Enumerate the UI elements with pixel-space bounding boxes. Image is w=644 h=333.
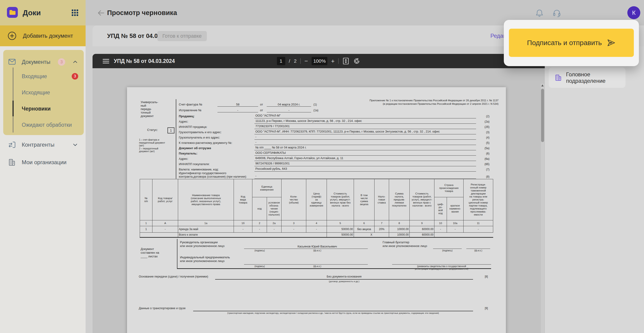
col-header: Стоимость товаров (работ, услуг), имущес… bbox=[327, 179, 354, 220]
field-row-shipper: Грузоотправитель и его адрес: ООО "АСТРА… bbox=[127, 129, 506, 134]
invoice-date: 04 марта 2024 г. bbox=[267, 103, 311, 106]
user-avatar-initial: К bbox=[632, 9, 636, 16]
app-root: Просмотр черновика К УПД № 58 от 04.03.2… bbox=[0, 0, 644, 333]
correction-date: - bbox=[267, 108, 311, 112]
requisites-line bbox=[392, 264, 491, 264]
made-on-note: Документ составлен на ____ листах bbox=[141, 247, 159, 258]
col-subheader: циф- ро- вой код bbox=[434, 197, 447, 220]
sidebar-item-drafts[interactable]: Черновики bbox=[3, 102, 84, 115]
director-name: Касьянов Юрий Васильевич bbox=[267, 245, 368, 248]
inbox-count-badge: 3 bbox=[72, 73, 78, 80]
envelope-icon bbox=[8, 58, 16, 65]
sidebar-item-documents[interactable]: Документы 3 bbox=[3, 56, 84, 68]
sidebar-item-my-organizations[interactable]: Мои организации bbox=[0, 155, 86, 170]
right-panel bbox=[545, 46, 644, 333]
director-title: Руководитель организации или иное уполно… bbox=[180, 240, 224, 248]
col-header: В том числе сумма акциза bbox=[354, 179, 374, 220]
sidebar: Доки Добавить документ bbox=[0, 0, 86, 333]
rotate-page-icon[interactable] bbox=[353, 57, 360, 65]
viewer-scrollbar[interactable] bbox=[541, 84, 544, 333]
zoom-level[interactable]: 100% bbox=[312, 57, 327, 65]
building-icon bbox=[8, 159, 16, 166]
chevron-up-icon bbox=[72, 59, 78, 65]
notifications-bell-icon[interactable] bbox=[535, 8, 544, 18]
col-header: № п/п bbox=[140, 179, 152, 220]
field-row-seller-address: Адрес: 111123, р-н Перово, г Москва, шос… bbox=[127, 118, 506, 124]
contragents-transfer-icon bbox=[8, 141, 16, 148]
totals-label: Всего к оплате bbox=[178, 233, 327, 238]
accountant-title: Главный бухгалтер или иное уполномоченно… bbox=[382, 240, 427, 248]
transport-line bbox=[193, 311, 473, 311]
support-headset-icon[interactable] bbox=[552, 8, 562, 18]
fit-page-icon[interactable] bbox=[342, 57, 349, 65]
current-page: 1 bbox=[280, 58, 282, 64]
accountant-sign-line bbox=[433, 248, 462, 249]
page-divider: / bbox=[289, 58, 290, 64]
division-label: Головное подразделение bbox=[566, 71, 626, 84]
zoom-in-button[interactable]: + bbox=[331, 58, 334, 65]
documents-label: Документы bbox=[22, 56, 50, 68]
scroll-up-arrow[interactable] bbox=[541, 84, 544, 86]
pdf-viewer: УПД № 58 от 04.03.2024 1 / 2 − 100% + bbox=[92, 54, 545, 333]
col-header: Регистраци- онный номер таможенной декла… bbox=[464, 179, 493, 220]
basis-line bbox=[215, 279, 473, 280]
field-row-buyer-inn: ИНН/КПП покупателя: 9672476326 / 9999010… bbox=[127, 161, 506, 166]
col-header: Сумма налога, предъяв- ляемая покупателю bbox=[389, 179, 410, 220]
col-header: Единица измерения bbox=[252, 179, 282, 197]
col-header: Страна происхождения товара bbox=[434, 179, 464, 197]
column-numbers-row: 1 А 1а 1б 2 2а 3 4 5 6 7 8 9 10 bbox=[140, 220, 493, 226]
col-header: Нало- говая ставка bbox=[374, 179, 389, 220]
sidebar-item-awaiting[interactable]: Ожидают обработки bbox=[3, 118, 84, 131]
back-arrow-icon[interactable] bbox=[96, 8, 106, 18]
page-title: Просмотр черновика bbox=[107, 0, 177, 26]
send-plane-icon bbox=[606, 38, 616, 48]
basis-label: Основание передачи (сдачи) / получения (… bbox=[139, 275, 208, 278]
documents-group: Документы 3 Входящие 3 Исходящие Чернови… bbox=[3, 50, 84, 135]
division-card[interactable]: Головное подразделение bbox=[549, 68, 626, 88]
correction-number: - bbox=[218, 108, 258, 112]
goods-row: 1 - Аренда За май - - - - - 50000.00 без… bbox=[140, 226, 493, 233]
invoice-number-row: Счет-фактура № 58 от 04 марта 2024 г. (1… bbox=[127, 101, 506, 106]
field-row-buyer-address: Адрес: 649006, Республика Алтай, Горно-А… bbox=[127, 156, 506, 161]
col-header: Коли- чество (объем) bbox=[282, 179, 306, 220]
division-building-icon bbox=[555, 74, 562, 82]
correction-row: Исправление № - от - (1а) bbox=[127, 107, 506, 112]
field-row-seller-inn: ИНН/КПП продавца: 7720623379 / 772001001… bbox=[127, 124, 506, 129]
add-document-label: Добавить документ bbox=[23, 26, 73, 46]
sidebar-item-outbox[interactable]: Исходящие bbox=[3, 86, 84, 99]
chevron-down-icon bbox=[72, 142, 78, 148]
pdf-menu-icon[interactable] bbox=[103, 58, 110, 64]
sidebar-item-inbox[interactable]: Входящие 3 bbox=[3, 70, 84, 83]
page-number-input[interactable]: 1 bbox=[277, 57, 285, 65]
folder-icon bbox=[9, 10, 16, 16]
add-document-button[interactable]: Добавить документ bbox=[0, 26, 86, 46]
sidebar-item-contragents[interactable]: Контрагенты bbox=[0, 137, 86, 152]
pdf-canvas[interactable]: Приложение № 1 к постановлению Правитель… bbox=[92, 68, 545, 333]
documents-count-badge: 3 bbox=[58, 58, 65, 66]
toolbar-separator bbox=[300, 58, 301, 64]
sidebar-header: Доки bbox=[0, 0, 86, 26]
sign-and-send-button[interactable]: Подписать и отправить bbox=[509, 29, 634, 57]
invoice-number: 58 bbox=[218, 103, 258, 106]
entrepreneur-name-line bbox=[267, 264, 368, 264]
plus-circle-icon bbox=[8, 32, 16, 40]
transport-label: Данные о транспортировке и грузе bbox=[139, 307, 186, 310]
col-subheader: условное обозна- чение (нацио- нальное) bbox=[267, 197, 282, 220]
total-pages: 2 bbox=[294, 58, 296, 64]
col-header: Наименование товара (описание выполненны… bbox=[178, 179, 234, 220]
status-badge: Готов к отправке bbox=[157, 31, 207, 41]
field-row-buyer: Покупатель: ООО СЕРТИФИКАТЫ (6) bbox=[127, 150, 506, 156]
field-row-consignee: Грузополучатель и его адрес: - (4) bbox=[127, 134, 506, 140]
col-header: Код товара/ работ, услуг bbox=[152, 179, 178, 220]
col-header: Стоимость товаров (работ, услуг), имущес… bbox=[410, 179, 434, 220]
user-avatar[interactable]: К bbox=[627, 6, 640, 19]
basis-value: Без документа-основания bbox=[215, 275, 473, 278]
app-logo[interactable] bbox=[7, 7, 18, 18]
zoom-level-value: 100% bbox=[313, 58, 326, 64]
field-row-payment-doc: К платежно-расчетному документу №: - (5) bbox=[127, 140, 506, 145]
scrollbar-thumb[interactable] bbox=[541, 89, 544, 142]
accountant-name-line bbox=[466, 248, 490, 249]
zoom-out-button[interactable]: − bbox=[304, 58, 308, 65]
pdf-controls: 1 / 2 − 100% + bbox=[277, 54, 361, 68]
apps-grid-icon[interactable] bbox=[72, 9, 78, 16]
